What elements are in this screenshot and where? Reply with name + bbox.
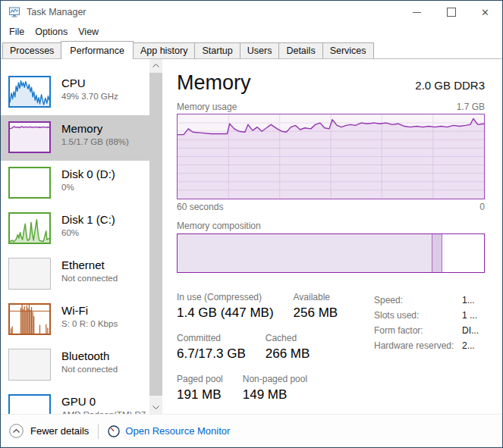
sidebar-item-subtitle: 0% — [61, 182, 115, 193]
detail-hardware-reserved: Hardware reserved: 2... — [374, 338, 485, 353]
chevron-up-icon — [152, 64, 159, 67]
gpu0-mini-chart — [8, 394, 51, 414]
detail-form-factor: Form factor: DI... — [374, 323, 485, 338]
app-icon — [8, 6, 20, 18]
bluetooth-mini-chart — [8, 349, 51, 381]
wifi-mini-chart — [8, 303, 51, 335]
content-area: CPU 49% 3.70 GHz Memory 1.5/1.7 GB (88%)… — [1, 59, 502, 414]
sidebar-item-subtitle: 49% 3.70 GHz — [61, 91, 118, 102]
sidebar-item-subtitle: Not connected — [61, 273, 118, 284]
footer-separator — [98, 424, 99, 439]
tab-startup[interactable]: Startup — [194, 42, 240, 58]
sidebar-item-bluetooth[interactable]: Bluetooth Not connected — [1, 343, 149, 388]
sidebar-item-memory[interactable]: Memory 1.5/1.7 GB (88%) — [1, 115, 149, 161]
composition-free-segment — [442, 234, 484, 272]
tab-performance[interactable]: Performance — [61, 41, 134, 59]
tab-bar: Processes Performance App history Startu… — [1, 40, 502, 59]
hardware-details: Speed: 1... Slots used: 1 ... Form facto… — [374, 293, 485, 414]
maximize-button[interactable] — [434, 1, 468, 23]
stat-cached: Cached 266 MB — [266, 332, 310, 363]
memory-stats: In use (Compressed) 1.4 GB (447 MB) Avai… — [177, 291, 374, 414]
menu-view[interactable]: View — [73, 25, 104, 39]
tab-users[interactable]: Users — [240, 42, 280, 58]
memory-mini-chart — [8, 121, 51, 153]
sidebar-item-subtitle: S: 0 R: 0 Kbps — [61, 318, 118, 330]
close-icon: ✕ — [481, 8, 489, 17]
sidebar-item-gpu0[interactable]: GPU 0 AMD Radeon(TM) R7 — [1, 388, 149, 414]
sidebar-item-disk1[interactable]: Disk 1 (C:) 60% — [1, 206, 149, 252]
memory-usage-chart — [177, 114, 485, 199]
maximize-icon — [447, 8, 456, 17]
window-title: Task Manager — [27, 7, 86, 17]
axis-label-right: 0 — [479, 202, 485, 212]
menu-options[interactable]: Options — [30, 25, 73, 39]
memory-composition-bar — [177, 233, 485, 273]
fewer-details-label: Fewer details — [30, 425, 89, 437]
composition-label: Memory composition — [177, 221, 485, 231]
stat-available: Available 256 MB — [294, 291, 338, 322]
minimize-button[interactable] — [400, 1, 434, 23]
composition-modified-segment — [432, 234, 442, 272]
usage-chart-max: 1.7 GB — [457, 102, 485, 112]
sidebar-item-wifi[interactable]: Wi-Fi S: 0 R: 0 Kbps — [1, 297, 149, 343]
tab-app-history[interactable]: App history — [133, 42, 196, 58]
fewer-details-button[interactable]: Fewer details — [9, 424, 89, 438]
menu-bar: File Options View — [1, 23, 502, 40]
scroll-down-button[interactable] — [149, 401, 162, 414]
sidebar-item-title: CPU — [61, 76, 118, 90]
sidebar-item-title: Bluetooth — [61, 349, 118, 363]
tab-processes[interactable]: Processes — [2, 42, 61, 58]
sidebar-item-title: Disk 1 (C:) — [61, 212, 115, 227]
tab-services[interactable]: Services — [322, 42, 374, 58]
chevron-up-circle-icon — [9, 424, 24, 438]
close-button[interactable]: ✕ — [468, 1, 502, 23]
sidebar-item-ethernet[interactable]: Ethernet Not connected — [1, 252, 149, 297]
stat-committed: Committed 6.7/17.3 GB — [177, 332, 246, 363]
page-title: Memory — [177, 71, 251, 95]
disk0-mini-chart — [8, 167, 51, 199]
menu-file[interactable]: File — [4, 25, 30, 39]
sidebar-item-cpu[interactable]: CPU 49% 3.70 GHz — [1, 70, 149, 115]
disk1-mini-chart — [8, 212, 51, 244]
sidebar-item-title: Wi-Fi — [61, 303, 118, 318]
sidebar-item-title: Disk 0 (D:) — [61, 167, 115, 181]
sidebar-item-title: GPU 0 — [61, 394, 146, 409]
scroll-up-button[interactable] — [149, 59, 162, 72]
sidebar-item-disk0[interactable]: Disk 0 (D:) 0% — [1, 161, 149, 206]
resource-monitor-icon — [108, 425, 120, 437]
ethernet-mini-chart — [8, 258, 51, 290]
title-bar: Task Manager ✕ — [1, 1, 502, 23]
stat-non-paged-pool: Non-paged pool 149 MB — [243, 373, 307, 404]
cpu-mini-chart — [8, 76, 51, 108]
footer-bar: Fewer details Open Resource Monitor — [1, 414, 502, 447]
sidebar-item-subtitle: Not connected — [61, 364, 118, 375]
scroll-thumb[interactable] — [149, 73, 162, 396]
chevron-down-icon — [152, 406, 159, 409]
sidebar-scrollbar[interactable] — [149, 59, 162, 414]
memory-capacity: 2.0 GB DDR3 — [415, 79, 485, 92]
stat-paged-pool: Paged pool 191 MB — [177, 373, 223, 404]
composition-inuse-segment — [178, 234, 432, 272]
stat-in-use: In use (Compressed) 1.4 GB (447 MB) — [177, 291, 274, 322]
detail-slots-used: Slots used: 1 ... — [374, 308, 485, 323]
tab-details[interactable]: Details — [278, 42, 322, 58]
open-resource-monitor-link[interactable]: Open Resource Monitor — [108, 425, 230, 437]
memory-panel: Memory 2.0 GB DDR3 Memory usage 1.7 GB 6… — [162, 59, 502, 414]
sidebar-item-subtitle: 1.5/1.7 GB (88%) — [61, 136, 129, 148]
usage-chart-label: Memory usage — [177, 102, 237, 112]
scroll-track[interactable] — [149, 72, 162, 401]
task-manager-window: Task Manager ✕ File Options View Process… — [0, 0, 503, 448]
axis-label-left: 60 seconds — [177, 202, 223, 212]
sidebar-item-subtitle: 60% — [61, 227, 115, 239]
performance-sidebar: CPU 49% 3.70 GHz Memory 1.5/1.7 GB (88%)… — [1, 59, 149, 414]
resource-monitor-label: Open Resource Monitor — [125, 425, 230, 437]
sidebar-item-title: Memory — [61, 121, 129, 136]
detail-speed: Speed: 1... — [374, 293, 485, 308]
sidebar-item-title: Ethernet — [61, 258, 118, 272]
minimize-icon — [413, 12, 421, 13]
